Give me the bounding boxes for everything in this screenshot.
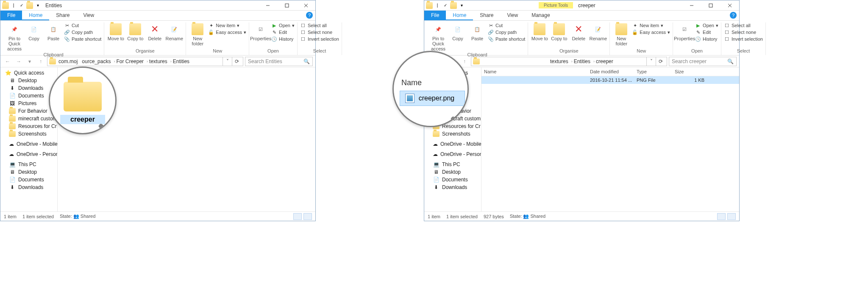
close-button[interactable]	[296, 0, 315, 11]
new-folder-button[interactable]: New folder	[612, 22, 630, 46]
help-button[interactable]: ?	[306, 12, 313, 19]
properties-button[interactable]: ☑Properties	[676, 22, 693, 41]
tab-manage[interactable]: Manage	[525, 11, 556, 20]
select-all-button[interactable]: ☐Select all	[300, 22, 339, 28]
rename-button[interactable]: 📝Rename	[165, 22, 183, 41]
sidebar-item[interactable]: ☁OneDrive - Mobile	[0, 140, 57, 148]
sidebar-item[interactable]: ⬇Downloads	[0, 183, 57, 191]
breadcrumb[interactable]: creeper	[596, 58, 613, 64]
dropdown-icon[interactable]: ▾	[458, 2, 465, 9]
paste-button[interactable]: 📋Paste	[45, 22, 62, 41]
refresh-button[interactable]: ⟳	[232, 57, 241, 66]
delete-button[interactable]: ✕Delete	[146, 22, 164, 41]
pin-to-quick-access-button[interactable]: 📌Pin to Quick access	[6, 22, 23, 51]
paste-button[interactable]: 📋Paste	[468, 22, 486, 41]
tab-share[interactable]: Share	[49, 11, 76, 20]
copy-to-button[interactable]: Copy to	[550, 22, 568, 41]
sidebar-item[interactable]: For Behavior	[0, 107, 57, 115]
sidebar-item[interactable]: 🖥Desktop	[0, 77, 57, 84]
address-bar[interactable]: textures› Entities› creeper ˅ ⟳	[471, 57, 667, 66]
sidebar-item[interactable]: Resources for Cr	[0, 122, 57, 130]
invert-selection-button[interactable]: ☐Invert selection	[300, 36, 339, 42]
col-size[interactable]: Size	[675, 69, 704, 74]
file-row-creeper[interactable]: 2016-10-21 11:54 ... PNG File 1 KB	[481, 76, 739, 84]
tab-view[interactable]: View	[500, 11, 525, 20]
edit-button[interactable]: ✎Edit	[271, 29, 295, 35]
breadcrumb[interactable]: ource_packs›	[82, 58, 116, 64]
dropdown-icon[interactable]: ▾	[34, 2, 41, 9]
search-input[interactable]: Search Entities🔍	[245, 57, 313, 66]
paste-shortcut-button[interactable]: 📎Paste shortcut	[488, 36, 525, 42]
open-button[interactable]: ▶Open▾	[695, 22, 718, 28]
delete-button[interactable]: ✕Delete	[570, 22, 587, 41]
dropdown-button[interactable]: ˅	[223, 57, 232, 66]
tab-home[interactable]: Home	[446, 11, 473, 20]
up-button[interactable]: ↑	[36, 57, 45, 66]
tab-view[interactable]: View	[76, 11, 101, 20]
sidebar-item[interactable]: 💻This PC	[0, 161, 57, 168]
folder-open-icon[interactable]	[26, 2, 33, 9]
copy-path-button[interactable]: 🔗Copy path	[488, 29, 525, 35]
back-button[interactable]: ←	[3, 57, 12, 66]
history-button[interactable]: 🕓History	[695, 36, 718, 42]
icons-view-button[interactable]	[727, 213, 736, 220]
new-folder-button[interactable]: New folder	[189, 22, 206, 46]
breadcrumb[interactable]: com.moj	[58, 58, 82, 64]
sidebar-item[interactable]: ⬇Downloads	[0, 84, 57, 92]
sidebar-item[interactable]: ☁OneDrive - Mobile	[424, 140, 481, 148]
select-none-button[interactable]: ☐Select none	[724, 29, 763, 35]
context-tab-picture-tools[interactable]: Picture Tools	[539, 2, 573, 8]
tab-file[interactable]: File	[0, 11, 22, 20]
breadcrumb[interactable]: Entities›	[574, 58, 596, 64]
up-button[interactable]: ↑	[460, 57, 469, 66]
move-to-button[interactable]: Move to	[107, 22, 125, 41]
sidebar-item[interactable]: ☁OneDrive - Person	[424, 150, 481, 158]
breadcrumb[interactable]: For Creeper›	[116, 58, 149, 64]
breadcrumb[interactable]: textures›	[149, 58, 173, 64]
folder-open-icon[interactable]	[450, 2, 457, 9]
sidebar-item[interactable]: 🖥Desktop	[424, 168, 481, 176]
dropdown-button[interactable]: ˅	[646, 57, 656, 66]
cut-button[interactable]: ✂Cut	[488, 22, 525, 28]
new-item-button[interactable]: ✦New item▾	[632, 22, 670, 28]
copy-button[interactable]: 📄Copy	[25, 22, 43, 41]
breadcrumb[interactable]: textures›	[550, 58, 574, 64]
copy-path-button[interactable]: 🔗Copy path	[64, 29, 101, 35]
navigation-pane[interactable]: ⭐Quick access🖥Desktop⬇Downloads📄Document…	[0, 67, 58, 211]
pin-to-quick-access-button[interactable]: 📌Pin to Quick access	[429, 22, 447, 51]
sidebar-item[interactable]: 📄Documents	[424, 176, 481, 183]
sidebar-item[interactable]: ⬇Downloads	[424, 183, 481, 191]
search-input[interactable]: Search creeper🔍	[669, 57, 737, 66]
cut-button[interactable]: ✂Cut	[64, 22, 101, 28]
maximize-button[interactable]	[277, 0, 296, 11]
properties-button[interactable]: ☑Properties	[252, 22, 270, 41]
sidebar-item[interactable]: ⭐Quick access	[0, 69, 57, 77]
easy-access-button[interactable]: 🔓Easy access▾	[632, 29, 670, 35]
forward-button[interactable]: →	[14, 57, 23, 66]
sidebar-item[interactable]: Screenshots	[0, 130, 57, 138]
sidebar-item[interactable]: ☁OneDrive - Person	[0, 150, 57, 158]
address-bar[interactable]: com.moj ource_packs› For Creeper› textur…	[47, 57, 243, 66]
column-headers[interactable]: Name Date modified Type Size	[481, 67, 739, 76]
select-all-button[interactable]: ☐Select all	[724, 22, 763, 28]
refresh-button[interactable]: ⟳	[656, 57, 665, 66]
help-button[interactable]: ?	[730, 12, 737, 19]
maximize-button[interactable]	[701, 0, 720, 11]
select-none-button[interactable]: ☐Select none	[300, 29, 339, 35]
easy-access-button[interactable]: 🔓Easy access▾	[208, 29, 246, 35]
details-view-button[interactable]	[717, 213, 726, 220]
recent-dropdown[interactable]: ▾	[25, 57, 34, 66]
check-icon[interactable]: ✓	[18, 2, 25, 9]
details-view-button[interactable]	[293, 213, 302, 220]
paste-shortcut-button[interactable]: 📎Paste shortcut	[64, 36, 101, 42]
col-type[interactable]: Type	[637, 69, 675, 74]
tab-share[interactable]: Share	[473, 11, 500, 20]
sidebar-item[interactable]: 📄Documents	[0, 176, 57, 183]
history-button[interactable]: 🕓History	[271, 36, 295, 42]
sidebar-item[interactable]: Screenshots	[424, 130, 481, 138]
copy-button[interactable]: 📄Copy	[449, 22, 467, 41]
col-date[interactable]: Date modified	[590, 69, 637, 74]
tab-home[interactable]: Home	[22, 11, 49, 20]
minimize-button[interactable]	[258, 0, 277, 11]
rename-button[interactable]: 📝Rename	[589, 22, 607, 41]
